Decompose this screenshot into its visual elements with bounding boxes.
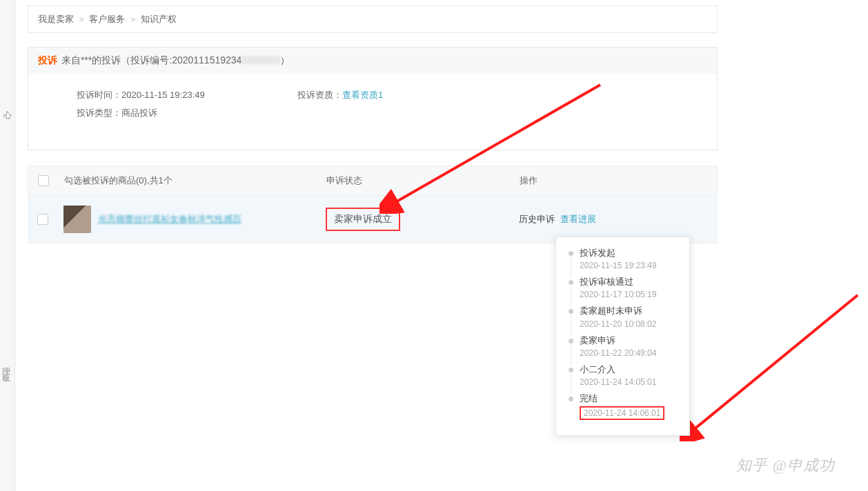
complaint-title-after: ） bbox=[280, 54, 290, 66]
breadcrumb-item[interactable]: 我是卖家 bbox=[38, 13, 74, 26]
timeline-event-time: 2020-11-22 20:49:04 bbox=[580, 348, 682, 358]
timeline-item: 卖家申诉2020-11-22 20:49:04 bbox=[566, 334, 682, 363]
complaint-tag: 投诉 bbox=[38, 54, 57, 66]
appeal-status-badge: 卖家申诉成立 bbox=[326, 208, 400, 231]
complaint-header: 投诉 来自***的投诉（投诉编号:2020111519234） bbox=[28, 48, 717, 74]
complaint-card: 投诉 来自***的投诉（投诉编号:2020111519234） 投诉时间：202… bbox=[28, 47, 718, 150]
breadcrumb-item[interactable]: 客户服务 bbox=[89, 13, 125, 26]
svg-line-3 bbox=[692, 295, 858, 431]
timeline-event-title: 小二介入 bbox=[580, 363, 682, 376]
timeline-event-title: 完结 bbox=[580, 392, 682, 405]
timeline-event-time: 2020-11-20 10:08:02 bbox=[580, 319, 682, 329]
breadcrumb-item[interactable]: 知识产权 bbox=[141, 13, 177, 26]
complaint-title-text: 来自***的投诉（投诉编号: bbox=[61, 54, 172, 66]
annotation-arrow bbox=[680, 290, 862, 441]
complaint-body: 投诉时间：2020-11-15 19:23:49 投诉资质：查看资质1 投诉类型… bbox=[28, 74, 717, 150]
timeline-event-time: 2020-11-17 10:05:19 bbox=[580, 290, 682, 299]
view-progress-link[interactable]: 查看进展 bbox=[560, 213, 596, 226]
timeline-item: 卖家超时未申诉2020-11-20 10:08:02 bbox=[566, 305, 682, 334]
complaint-type-value: 商品投诉 bbox=[121, 108, 157, 118]
timeline-event-time: 2020-11-24 14:05:01 bbox=[580, 377, 682, 387]
timeline-event-title: 卖家申诉 bbox=[580, 334, 682, 347]
breadcrumb: 我是卖家 > 客户服务 > 知识产权 bbox=[28, 6, 718, 33]
history-label: 历史申诉 bbox=[519, 213, 555, 226]
product-thumbnail[interactable] bbox=[63, 206, 91, 233]
timeline-item: 小二介入2020-11-24 14:05:01 bbox=[566, 363, 682, 392]
complaint-time-label: 投诉时间： bbox=[77, 90, 121, 100]
timeline-item: 投诉发起2020-11-15 19:23:49 bbox=[566, 247, 682, 276]
chevron-right-icon: > bbox=[130, 15, 135, 23]
left-sidebar-strip: 心 理 板 bbox=[0, 0, 15, 491]
chevron-right-icon: > bbox=[79, 15, 83, 23]
col-header-action: 操作 bbox=[520, 174, 707, 187]
timeline-event-title: 投诉发起 bbox=[580, 247, 682, 259]
complaint-type-label: 投诉类型： bbox=[77, 108, 121, 118]
timeline-event-time: 2020-11-15 19:23:49 bbox=[580, 261, 682, 270]
select-all-checkbox[interactable] bbox=[38, 175, 49, 186]
product-title-link[interactable]: 光亮领蕾丝打底衫女春秋洋气性感百 bbox=[98, 213, 241, 226]
table-header: 勾选被投诉的商品(0),共1个 申诉状态 操作 bbox=[28, 166, 718, 196]
timeline-item: 投诉审核通过2020-11-17 10:05:19 bbox=[566, 276, 682, 305]
complaint-time-value: 2020-11-15 19:23:49 bbox=[121, 90, 205, 100]
progress-timeline-popover: 投诉发起2020-11-15 19:23:49投诉审核通过2020-11-17 … bbox=[555, 237, 690, 436]
timeline-item: 完结2020-11-24 14:06:01 bbox=[566, 392, 682, 425]
timeline-event-title: 投诉审核通过 bbox=[580, 276, 682, 288]
col-header-status: 申诉状态 bbox=[326, 174, 520, 187]
complaint-number: 2020111519234 bbox=[172, 54, 241, 66]
timeline-event-title: 卖家超时未申诉 bbox=[580, 305, 682, 317]
complaint-qual-label: 投诉资质： bbox=[297, 90, 342, 100]
watermark: 知乎 @申成功 bbox=[736, 455, 835, 476]
view-qualification-link[interactable]: 查看资质1 bbox=[342, 90, 383, 100]
products-table: 勾选被投诉的商品(0),共1个 申诉状态 操作 光亮领蕾丝打底衫女春秋洋气性感百… bbox=[28, 166, 718, 243]
col-header-goods: 勾选被投诉的商品(0),共1个 bbox=[64, 174, 326, 187]
row-checkbox[interactable] bbox=[37, 214, 48, 225]
timeline-event-time: 2020-11-24 14:06:01 bbox=[580, 406, 664, 420]
blurred-number bbox=[241, 56, 280, 64]
page: 我是卖家 > 客户服务 > 知识产权 投诉 来自***的投诉（投诉编号:2020… bbox=[28, 0, 718, 243]
sidebar-frag-bottom: 理 板 bbox=[0, 361, 12, 367]
